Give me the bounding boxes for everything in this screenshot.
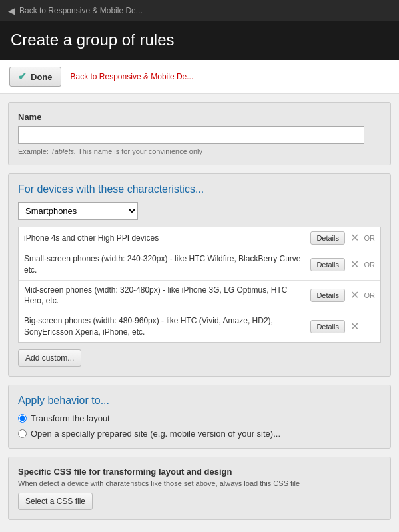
main-content: Name Example: Tablets. This name is for … [0,94,399,528]
select-css-button[interactable]: Select a CSS file [18,493,93,510]
or-label-2: OR [363,261,375,269]
done-label: Done [31,72,53,82]
top-bar-back-link[interactable]: Back to Responsive & Mobile De... [19,6,143,15]
remove-button-3[interactable]: ✕ [350,290,359,301]
css-section: Specific CSS file for transforming layou… [8,457,391,520]
css-section-desc: When detect a device with charateristics… [18,479,381,487]
add-custom-button[interactable]: Add custom... [18,349,81,367]
page-header: Create a group of rules [0,21,399,60]
behavior-section: Apply behavior to... Transform the layou… [8,385,391,449]
behavior-option-transform[interactable]: Transform the layout [18,413,381,423]
behavior-title: Apply behavior to... [18,395,381,407]
name-section: Name Example: Tablets. This name is for … [8,102,391,165]
device-row-text: Mid-screen phones (width: 320-480px) - l… [24,285,306,307]
device-row: Mid-screen phones (width: 320-480px) - l… [19,281,380,312]
checkmark-icon: ✔ [18,71,27,83]
device-row-text: Small-screen phones (width: 240-320px) -… [24,253,306,276]
device-row: iPhone 4s and other High PPI devices Det… [19,227,380,249]
or-label-3: OR [363,291,375,299]
device-row: Small-screen phones (width: 240-320px) -… [19,249,380,281]
name-input[interactable] [18,126,364,144]
device-row-text: iPhone 4s and other High PPI devices [24,233,306,244]
device-row: Big-screen phones (width: 480-960px) - l… [19,311,380,342]
remove-button-1[interactable]: ✕ [350,233,359,243]
details-button-2[interactable]: Details [310,258,345,271]
device-row-text: Big-screen phones (width: 480-960px) - l… [24,315,306,338]
top-bar: ◀ Back to Responsive & Mobile De... [0,0,399,21]
details-button-3[interactable]: Details [310,289,345,302]
radio-transform[interactable] [18,414,27,423]
behavior-label-transform: Transform the layout [31,413,110,423]
remove-button-2[interactable]: ✕ [350,259,359,270]
name-label: Name [18,112,381,122]
toolbar-back-link[interactable]: Back to Responsive & Mobile De... [71,72,194,81]
characteristics-title: For devices with these characteristics..… [18,183,381,195]
remove-button-4[interactable]: ✕ [350,321,359,332]
or-label-1: OR [363,234,375,242]
name-hint: Example: Tablets. This name is for your … [18,147,381,155]
characteristics-section: For devices with these characteristics..… [8,173,391,377]
done-button[interactable]: ✔ Done [9,67,61,87]
page-title: Create a group of rules [11,31,388,49]
behavior-radio-group: Transform the layout Open a specially pr… [18,413,381,439]
behavior-label-open: Open a specially prepared site (e.g. mob… [31,429,280,439]
toolbar: ✔ Done Back to Responsive & Mobile De... [0,60,399,94]
behavior-option-open[interactable]: Open a specially prepared site (e.g. mob… [18,429,381,439]
device-list: iPhone 4s and other High PPI devices Det… [18,227,381,343]
details-button-1[interactable]: Details [310,231,345,245]
details-button-4[interactable]: Details [310,320,345,333]
radio-open[interactable] [18,429,27,438]
name-hint-example: Tablets. [51,147,76,155]
device-type-select[interactable]: Smartphones Tablets Desktops All Devices [18,202,138,220]
back-arrow-icon: ◀ [8,5,15,16]
css-section-title: Specific CSS file for transforming layou… [18,467,381,477]
name-hint-text: This name is for your convinience only [78,147,202,155]
